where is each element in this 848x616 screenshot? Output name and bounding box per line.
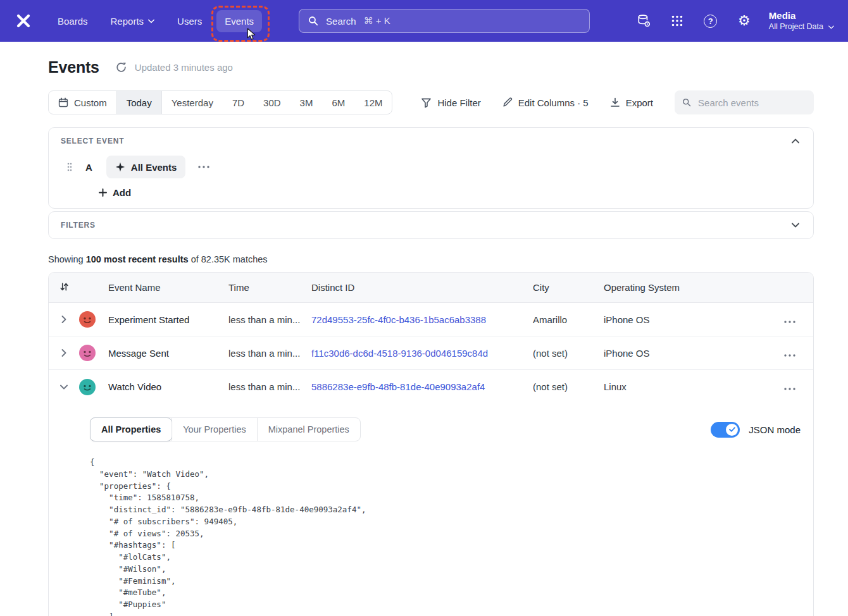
date-range-12m[interactable]: 12M (354, 91, 392, 114)
table-header-row: Event Name Time Distinct ID City Operati… (49, 273, 813, 303)
select-event-card: SELECT EVENT A All Events (48, 127, 814, 209)
event-name: Message Sent (108, 348, 228, 359)
json-mode-control: JSON mode (711, 422, 801, 438)
nav-events-label: Events (225, 16, 254, 27)
export-label: Export (626, 97, 653, 108)
expand-row-icon[interactable] (59, 347, 69, 359)
search-events-input[interactable] (697, 97, 806, 109)
event-time: less than a min... (228, 314, 300, 325)
col-header-time: Time (228, 282, 311, 293)
funnel-icon (421, 97, 432, 108)
range-label: Yesterday (171, 97, 213, 108)
collapse-row-icon[interactable] (59, 381, 69, 393)
date-range-yesterday[interactable]: Yesterday (162, 91, 223, 114)
os-value: iPhone OS (604, 314, 730, 325)
refresh-icon[interactable] (116, 62, 127, 73)
nav-item-boards[interactable]: Boards (49, 10, 96, 32)
distinct-id-link[interactable]: 72d49553-25fc-4f0c-b436-1b5ac6ab3388 (311, 314, 486, 325)
json-mode-toggle[interactable] (711, 422, 740, 438)
help-circle: ? (704, 15, 717, 28)
download-icon (610, 97, 620, 108)
table-row[interactable]: Watch Video less than a min... 5886283e-… (49, 370, 813, 403)
settings-gear-icon[interactable]: ⚙ (737, 13, 752, 28)
results-suffix: of 82.35K matches (189, 254, 268, 264)
tab-all-properties[interactable]: All Properties (90, 417, 172, 441)
events-toolbar: Custom Today Yesterday 7D 30D 3M 6M 12M … (48, 90, 814, 114)
date-range-custom[interactable]: Custom (49, 91, 117, 114)
global-search-input[interactable]: Search ⌘ + K (299, 9, 590, 33)
avatar (79, 379, 96, 395)
nav-boards-label: Boards (58, 16, 88, 27)
help-icon[interactable]: ? (703, 13, 718, 28)
date-range-6m[interactable]: 6M (322, 91, 354, 114)
city-value: (not set) (533, 381, 604, 392)
drag-handle-icon[interactable] (67, 163, 72, 171)
distinct-id-link[interactable]: 5886283e-e9fb-48fb-81de-40e9093a2af4 (311, 381, 485, 392)
project-selector[interactable]: Media All Project Data (769, 9, 834, 32)
search-events-box (675, 90, 814, 114)
gear-glyph: ⚙ (738, 14, 751, 28)
sort-icon[interactable] (59, 282, 69, 293)
mixpanel-logo[interactable] (14, 11, 33, 30)
expand-row-icon[interactable] (59, 313, 69, 326)
os-value: iPhone OS (604, 348, 730, 359)
event-row-menu-icon[interactable] (194, 163, 213, 171)
toolbar-right: Hide Filter Edit Columns · 5 Export (421, 90, 814, 114)
hide-filter-label: Hide Filter (437, 97, 480, 108)
city-value: (not set) (533, 348, 604, 359)
toggle-knob (726, 424, 738, 436)
avatar (79, 311, 96, 328)
table-row[interactable]: Experiment Started less than a min... 72… (49, 303, 813, 336)
expand-section-button[interactable] (789, 221, 802, 229)
help-glyph: ? (708, 16, 713, 26)
navbar-right-actions: ? ⚙ Media All Project Data (636, 9, 834, 32)
plus-icon (99, 188, 107, 197)
project-subtitle: All Project Data (769, 22, 823, 32)
row-menu-icon[interactable] (784, 314, 795, 325)
tab-your-properties[interactable]: Your Properties (171, 418, 256, 441)
event-detail-panel: All Properties Your Properties Mixpanel … (49, 403, 813, 616)
row-menu-icon[interactable] (784, 348, 795, 359)
date-range-3m[interactable]: 3M (290, 91, 323, 114)
selected-event-label: All Events (131, 162, 177, 173)
table-row[interactable]: Message Sent less than a min... f11c30d6… (49, 336, 813, 370)
nav-item-users[interactable]: Users (169, 10, 210, 32)
search-icon (308, 16, 318, 26)
data-management-icon[interactable] (636, 13, 651, 28)
edit-columns-button[interactable]: Edit Columns · 5 (502, 97, 589, 108)
json-mode-label: JSON mode (749, 424, 801, 435)
page-header: Events Updated 3 minutes ago (48, 58, 814, 77)
pencil-icon (502, 97, 513, 108)
distinct-id-link[interactable]: f11c30d6-dc6d-4518-9136-0d046159c84d (311, 348, 488, 359)
hide-filter-button[interactable]: Hide Filter (421, 97, 480, 108)
add-event-button[interactable]: Add (99, 187, 131, 198)
all-events-selector[interactable]: All Events (106, 156, 186, 178)
chevron-up-icon (792, 139, 799, 144)
check-icon (729, 427, 735, 432)
grid-dots-icon (671, 15, 683, 27)
collapse-section-button[interactable] (789, 137, 802, 145)
nav-item-events[interactable]: Events (216, 10, 262, 32)
page-title: Events (48, 58, 99, 77)
add-event-label: Add (113, 187, 131, 198)
row-menu-icon[interactable] (784, 381, 795, 392)
range-label: 6M (332, 97, 345, 108)
export-button[interactable]: Export (610, 97, 653, 108)
results-prefix: Showing (48, 254, 86, 264)
results-count: 100 most recent results (86, 254, 189, 264)
event-row-letter: A (85, 162, 92, 173)
filters-title: FILTERS (61, 221, 96, 230)
date-range-today[interactable]: Today (117, 91, 162, 114)
nav-item-reports[interactable]: Reports (103, 10, 163, 32)
date-range-group: Custom Today Yesterday 7D 30D 3M 6M 12M (48, 90, 392, 114)
results-summary: Showing 100 most recent results of 82.35… (48, 254, 814, 264)
tab-mixpanel-properties[interactable]: Mixpanel Properties (257, 418, 360, 441)
apps-grid-icon[interactable] (670, 13, 685, 28)
date-range-7d[interactable]: 7D (223, 91, 254, 114)
event-selector-row: A All Events (61, 156, 802, 178)
nav-users-label: Users (177, 16, 202, 27)
date-range-30d[interactable]: 30D (254, 91, 290, 114)
search-shortcut-hint: ⌘ + K (364, 15, 390, 27)
filters-card[interactable]: FILTERS (48, 211, 814, 239)
calendar-icon (58, 97, 68, 108)
